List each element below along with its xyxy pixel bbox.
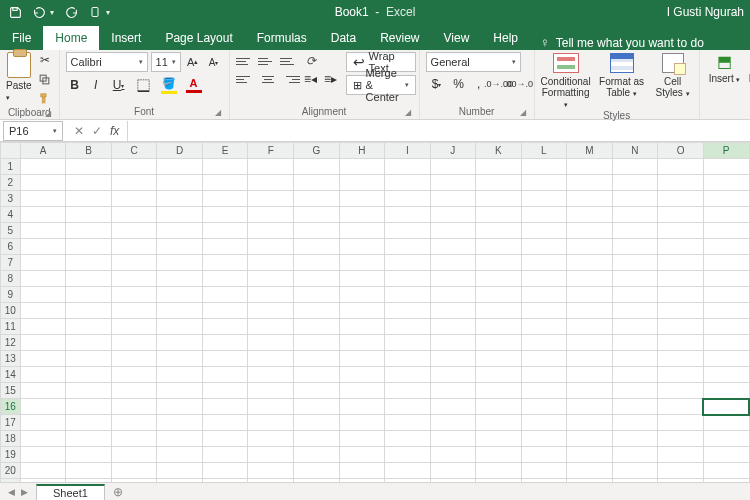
align-middle-icon[interactable] bbox=[258, 52, 278, 70]
cell-B19[interactable] bbox=[66, 447, 112, 463]
cell-E3[interactable] bbox=[202, 191, 248, 207]
cell-K9[interactable] bbox=[476, 287, 522, 303]
cell-J10[interactable] bbox=[430, 303, 475, 319]
cell-C10[interactable] bbox=[111, 303, 157, 319]
cell-C1[interactable] bbox=[111, 159, 157, 175]
cell-N9[interactable] bbox=[612, 287, 658, 303]
cell-K11[interactable] bbox=[476, 319, 522, 335]
cell-B16[interactable] bbox=[66, 399, 112, 415]
cell-P14[interactable] bbox=[703, 367, 749, 383]
cell-H10[interactable] bbox=[339, 303, 385, 319]
cell-D17[interactable] bbox=[157, 415, 203, 431]
redo-icon[interactable] bbox=[64, 5, 78, 19]
tab-review[interactable]: Review bbox=[368, 26, 431, 50]
undo-dropdown-icon[interactable]: ▾ bbox=[50, 8, 54, 17]
cell-L1[interactable] bbox=[521, 159, 567, 175]
cell-D14[interactable] bbox=[157, 367, 203, 383]
cell-G11[interactable] bbox=[293, 319, 339, 335]
cell-P1[interactable] bbox=[703, 159, 749, 175]
cell-M15[interactable] bbox=[567, 383, 613, 399]
cell-B10[interactable] bbox=[66, 303, 112, 319]
cell-K2[interactable] bbox=[476, 175, 522, 191]
cell-P17[interactable] bbox=[703, 415, 749, 431]
cell-P9[interactable] bbox=[703, 287, 749, 303]
cell-D9[interactable] bbox=[157, 287, 203, 303]
conditional-formatting-button[interactable]: Conditional Formatting ▾ bbox=[541, 52, 591, 109]
cell-F16[interactable] bbox=[248, 399, 294, 415]
cell-K8[interactable] bbox=[476, 271, 522, 287]
cell-O9[interactable] bbox=[658, 287, 704, 303]
cell-O3[interactable] bbox=[658, 191, 704, 207]
cell-H16[interactable] bbox=[339, 399, 385, 415]
align-left-icon[interactable] bbox=[236, 70, 256, 88]
cell-styles-button[interactable]: Cell Styles ▾ bbox=[653, 52, 693, 98]
cell-J19[interactable] bbox=[430, 447, 475, 463]
cell-I1[interactable] bbox=[385, 159, 430, 175]
underline-button[interactable]: U ▾ bbox=[108, 76, 130, 94]
cell-C12[interactable] bbox=[111, 335, 157, 351]
cell-K16[interactable] bbox=[476, 399, 522, 415]
cell-J1[interactable] bbox=[430, 159, 475, 175]
cell-C16[interactable] bbox=[111, 399, 157, 415]
cell-J15[interactable] bbox=[430, 383, 475, 399]
cell-A7[interactable] bbox=[20, 255, 66, 271]
cell-L17[interactable] bbox=[521, 415, 567, 431]
cell-L8[interactable] bbox=[521, 271, 567, 287]
cell-F12[interactable] bbox=[248, 335, 294, 351]
cell-B18[interactable] bbox=[66, 431, 112, 447]
cell-C4[interactable] bbox=[111, 207, 157, 223]
cell-M16[interactable] bbox=[567, 399, 613, 415]
cell-L15[interactable] bbox=[521, 383, 567, 399]
col-header-M[interactable]: M bbox=[567, 143, 613, 159]
cell-E9[interactable] bbox=[202, 287, 248, 303]
cell-M1[interactable] bbox=[567, 159, 613, 175]
cell-D19[interactable] bbox=[157, 447, 203, 463]
row-header-21[interactable]: 21 bbox=[1, 479, 21, 483]
cell-P21[interactable] bbox=[703, 479, 749, 483]
cell-D15[interactable] bbox=[157, 383, 203, 399]
cell-E16[interactable] bbox=[202, 399, 248, 415]
cell-F21[interactable] bbox=[248, 479, 294, 483]
tab-file[interactable]: File bbox=[0, 26, 43, 50]
cell-L7[interactable] bbox=[521, 255, 567, 271]
cell-A15[interactable] bbox=[20, 383, 66, 399]
cell-G3[interactable] bbox=[293, 191, 339, 207]
cell-N3[interactable] bbox=[612, 191, 658, 207]
cell-D12[interactable] bbox=[157, 335, 203, 351]
cell-B7[interactable] bbox=[66, 255, 112, 271]
cell-J2[interactable] bbox=[430, 175, 475, 191]
cell-I7[interactable] bbox=[385, 255, 430, 271]
cell-C21[interactable] bbox=[111, 479, 157, 483]
cell-H8[interactable] bbox=[339, 271, 385, 287]
cell-C9[interactable] bbox=[111, 287, 157, 303]
cell-D2[interactable] bbox=[157, 175, 203, 191]
clipboard-launcher-icon[interactable]: ◢ bbox=[45, 109, 51, 118]
cell-O5[interactable] bbox=[658, 223, 704, 239]
cell-D5[interactable] bbox=[157, 223, 203, 239]
decrease-indent-icon[interactable]: ≡◂ bbox=[302, 70, 320, 88]
cell-F2[interactable] bbox=[248, 175, 294, 191]
cell-H14[interactable] bbox=[339, 367, 385, 383]
cell-K4[interactable] bbox=[476, 207, 522, 223]
cell-F19[interactable] bbox=[248, 447, 294, 463]
cell-C2[interactable] bbox=[111, 175, 157, 191]
cell-N14[interactable] bbox=[612, 367, 658, 383]
cell-L10[interactable] bbox=[521, 303, 567, 319]
cell-I4[interactable] bbox=[385, 207, 430, 223]
cell-G20[interactable] bbox=[293, 463, 339, 479]
cell-N21[interactable] bbox=[612, 479, 658, 483]
cell-L19[interactable] bbox=[521, 447, 567, 463]
cell-G14[interactable] bbox=[293, 367, 339, 383]
row-header-7[interactable]: 7 bbox=[1, 255, 21, 271]
currency-button[interactable]: $ ▾ bbox=[426, 75, 448, 93]
cell-P5[interactable] bbox=[703, 223, 749, 239]
cell-N15[interactable] bbox=[612, 383, 658, 399]
percent-button[interactable]: % bbox=[450, 75, 468, 93]
row-header-10[interactable]: 10 bbox=[1, 303, 21, 319]
cell-M20[interactable] bbox=[567, 463, 613, 479]
cell-K6[interactable] bbox=[476, 239, 522, 255]
cell-F20[interactable] bbox=[248, 463, 294, 479]
cell-F9[interactable] bbox=[248, 287, 294, 303]
row-header-18[interactable]: 18 bbox=[1, 431, 21, 447]
tab-home[interactable]: Home bbox=[43, 26, 99, 50]
